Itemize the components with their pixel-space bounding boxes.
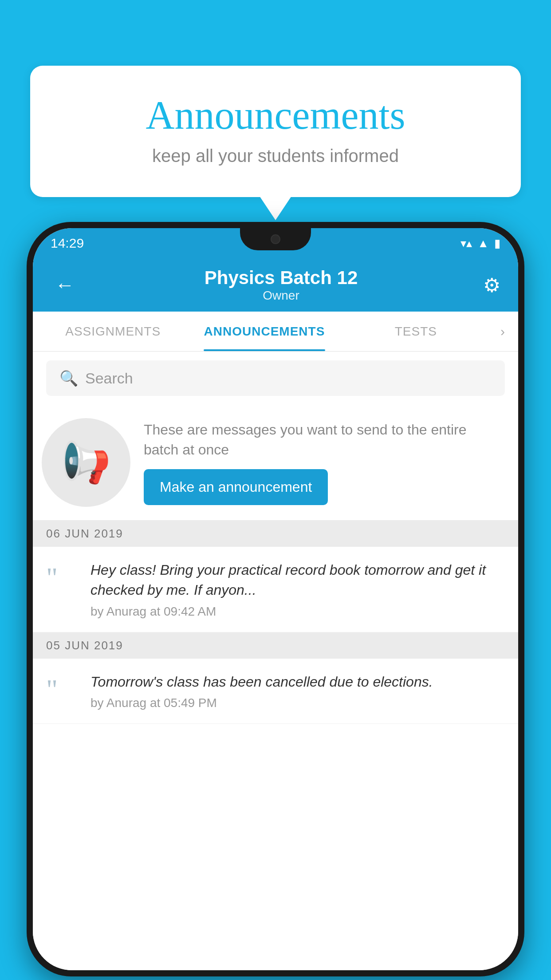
quote-icon-2: " bbox=[46, 672, 82, 704]
make-announcement-button[interactable]: Make an announcement bbox=[144, 469, 328, 505]
announcement-promo: 📢 These are messages you want to send to… bbox=[33, 405, 518, 521]
tab-announcements[interactable]: ANNOUNCEMENTS bbox=[189, 312, 340, 351]
announcement-text-2: Tomorrow's class has been cancelled due … bbox=[91, 672, 505, 692]
announcement-item-2: " Tomorrow's class has been cancelled du… bbox=[33, 659, 518, 724]
status-bar: 14:29 ▾▴ ▲ ▮ bbox=[33, 228, 518, 258]
content-area: 🔍 Search 📢 These are messages you want t… bbox=[33, 352, 518, 970]
search-placeholder-text: Search bbox=[85, 370, 133, 387]
date-separator-1: 06 JUN 2019 bbox=[33, 521, 518, 547]
search-icon: 🔍 bbox=[59, 369, 78, 387]
battery-icon: ▮ bbox=[494, 237, 500, 250]
status-time: 14:29 bbox=[51, 236, 84, 251]
search-bar[interactable]: 🔍 Search bbox=[46, 360, 505, 396]
quote-icon-1: " bbox=[46, 560, 82, 592]
megaphone-icon: 📢 bbox=[61, 439, 111, 486]
speech-bubble-container: Announcements keep all your students inf… bbox=[30, 66, 521, 197]
bubble-subtitle: keep all your students informed bbox=[48, 146, 503, 166]
tab-more[interactable]: › bbox=[492, 324, 514, 339]
announcement-item-1: " Hey class! Bring your practical record… bbox=[33, 547, 518, 632]
wifi-icon: ▾▴ bbox=[460, 237, 472, 250]
app-bar-title: Physics Batch 12 bbox=[205, 267, 358, 288]
app-bar-subtitle: Owner bbox=[205, 288, 358, 303]
app-bar-title-group: Physics Batch 12 Owner bbox=[205, 267, 358, 303]
app-bar: ← Physics Batch 12 Owner ⚙ bbox=[33, 258, 518, 312]
announcement-content-1: Hey class! Bring your practical record b… bbox=[91, 560, 505, 619]
settings-icon[interactable]: ⚙ bbox=[483, 274, 500, 296]
promo-description: These are messages you want to send to t… bbox=[144, 420, 505, 460]
tab-tests[interactable]: TESTS bbox=[340, 312, 492, 351]
signal-icon: ▲ bbox=[477, 237, 489, 250]
announcement-text-1: Hey class! Bring your practical record b… bbox=[91, 560, 505, 600]
bubble-title: Announcements bbox=[48, 92, 503, 138]
notch bbox=[240, 228, 311, 250]
phone-frame: 14:29 ▾▴ ▲ ▮ ← Physics Batch 12 Owner ⚙ bbox=[27, 222, 524, 976]
promo-right: These are messages you want to send to t… bbox=[144, 420, 505, 506]
tabs-bar: ASSIGNMENTS ANNOUNCEMENTS TESTS › bbox=[33, 312, 518, 352]
phone-inner: 14:29 ▾▴ ▲ ▮ ← Physics Batch 12 Owner ⚙ bbox=[33, 228, 518, 970]
speech-bubble: Announcements keep all your students inf… bbox=[30, 66, 521, 197]
announcement-author-1: by Anurag at 09:42 AM bbox=[91, 605, 505, 619]
tab-assignments[interactable]: ASSIGNMENTS bbox=[37, 312, 189, 351]
status-icons: ▾▴ ▲ ▮ bbox=[460, 237, 500, 250]
announcement-content-2: Tomorrow's class has been cancelled due … bbox=[91, 672, 505, 711]
megaphone-circle: 📢 bbox=[42, 418, 130, 507]
camera-dot bbox=[271, 234, 280, 244]
announcement-author-2: by Anurag at 05:49 PM bbox=[91, 696, 505, 710]
date-separator-2: 05 JUN 2019 bbox=[33, 632, 518, 659]
back-button[interactable]: ← bbox=[51, 269, 79, 300]
